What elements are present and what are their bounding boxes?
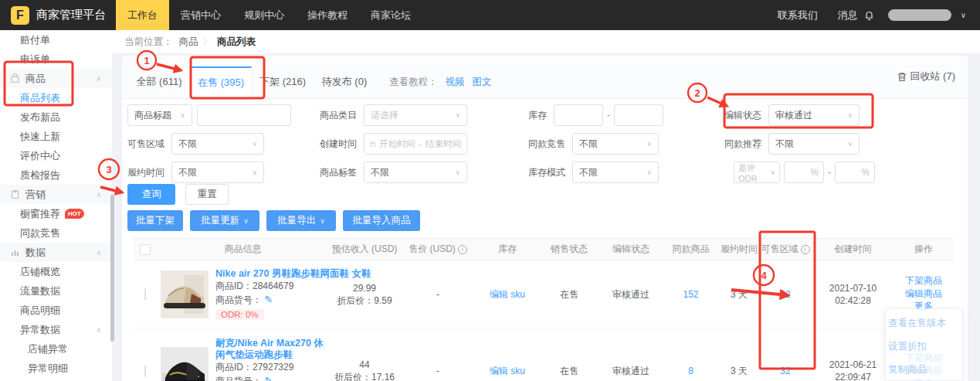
title-search-input[interactable] (197, 104, 291, 126)
user-name-blurred[interactable] (888, 9, 951, 21)
region-select[interactable]: 不限∨ (171, 133, 264, 155)
sidebar-group-data[interactable]: 数据∧ (0, 243, 112, 262)
breadcrumb-product[interactable]: 商品 (179, 36, 198, 49)
sale-region-count-link[interactable]: 32 (780, 366, 790, 376)
menu-item-view-live-version[interactable]: 查看在售版本 (886, 311, 962, 335)
filter-create-time: 创建时间 开始时间 - 结束时间 (320, 133, 467, 155)
col-create-time: 创建时间 (812, 243, 894, 256)
sidebar-item-quality-report[interactable]: 质检报告 (0, 165, 112, 185)
info-icon[interactable]: i (458, 245, 467, 254)
edit-sku-link[interactable]: 编辑 sku (490, 289, 525, 300)
tutorial-links: 查看教程： 视频 图文 (389, 66, 492, 98)
product-title[interactable]: Nike air 270 男鞋跑步鞋网面鞋 女鞋 (215, 268, 333, 280)
sale-status-cell: 在售 (538, 288, 600, 301)
tab-to-publish[interactable]: 待发布 (0) (314, 66, 375, 98)
sidebar-item-appeal[interactable]: 申诉单 (0, 49, 112, 69)
sidebar-item-same-style-compete[interactable]: 同款竞售 (0, 223, 112, 243)
stock-mode-select[interactable]: 不限∨ (572, 162, 659, 183)
sidebar-scrollbar[interactable] (110, 195, 114, 342)
filter-fulfill: 履约时间 不限∨ (127, 162, 264, 183)
nav-merchant-forum[interactable]: 商家论坛 (359, 0, 422, 30)
col-sale-status: 销售状态 (538, 243, 600, 256)
odr-max-input[interactable] (840, 167, 861, 178)
category-select[interactable]: 请选择∨ (364, 104, 467, 126)
same-product-count-link[interactable]: 8 (688, 366, 693, 376)
sidebar-item-review-center[interactable]: 评价中心 (0, 146, 112, 165)
edit-status-select[interactable]: 审核通过∨ (768, 104, 860, 126)
tab-off-shelf[interactable]: 下架 (216) (252, 66, 314, 98)
menu-item-copy-product[interactable]: 复制商品 (886, 358, 962, 381)
select-all-checkbox[interactable] (140, 244, 151, 255)
nav-marketing-center[interactable]: 营销中心 (169, 0, 232, 30)
batch-import-button[interactable]: 批量导入商品 (343, 210, 420, 231)
same-sale-label: 同款竞售 (528, 138, 565, 151)
edit-status-cell: 审核通过 (600, 365, 662, 377)
nav-rules-center[interactable]: 规则中心 (232, 0, 296, 30)
sidebar-item-product-list[interactable]: 商品列表 (0, 88, 112, 107)
same-rec-select[interactable]: 不限∨ (768, 133, 860, 155)
info-icon[interactable]: i (801, 245, 810, 254)
reset-button[interactable]: 重置 (185, 184, 229, 205)
odr-min-input[interactable] (789, 167, 810, 178)
edit-pencil-icon[interactable]: ✎ (264, 294, 273, 305)
menu-item-set-discount[interactable]: 设置折扣 (886, 335, 962, 358)
nav-tutorials[interactable]: 操作教程 (296, 0, 359, 30)
nav-workbench[interactable]: 工作台 (116, 0, 169, 30)
sidebar-item-shop-overview[interactable]: 店铺概览 (0, 262, 112, 281)
search-button[interactable]: 查询 (127, 184, 175, 205)
recycle-bin-link[interactable]: 回收站 (7) (897, 70, 956, 83)
fulfill-select[interactable]: 不限∨ (171, 162, 264, 183)
tab-on-sale[interactable]: 在售 (395) (190, 66, 252, 98)
chevron-up-icon: ∧ (96, 75, 101, 83)
filter-title: 商品标题∨ (127, 104, 291, 126)
row-checkbox[interactable] (144, 365, 146, 377)
sidebar-group-product[interactable]: 商品∧ (0, 69, 112, 88)
col-stock: 库存 (476, 243, 538, 256)
batch-export-button[interactable]: 批量导出∨ (266, 210, 336, 231)
filter-same-sale: 同款竞售 不限∨ (528, 133, 659, 155)
batch-update-button[interactable]: 批量更新∨ (190, 210, 259, 231)
product-id-label: 商品ID： (215, 281, 253, 291)
range-dash: - (828, 167, 831, 178)
tab-all[interactable]: 全部 (611) (128, 66, 190, 98)
sidebar-item-publish-new[interactable]: 发布新品 (0, 107, 112, 127)
tutorial-article-link[interactable]: 图文 (473, 66, 492, 98)
sidebar-item-compensation[interactable]: 赔付单 (0, 30, 112, 49)
batch-offshelf-button[interactable]: 批量下架 (127, 210, 183, 231)
chevron-down-icon: ∨ (646, 168, 652, 176)
col-est-revenue: 预估收入 (USD) (330, 243, 399, 256)
odr-select[interactable]: 差评ODR∨ (734, 162, 780, 183)
sidebar-item-showcase-recommend[interactable]: 橱窗推荐 HOT (0, 204, 112, 223)
title-type-select[interactable]: 商品标题∨ (127, 104, 192, 126)
stock-max-input[interactable] (614, 104, 663, 126)
contact-us-link[interactable]: 联系我们 (778, 9, 818, 22)
offshelf-product-link[interactable]: 下架商品 (894, 275, 954, 287)
same-product-count-link[interactable]: 152 (683, 289, 698, 300)
edit-pencil-icon[interactable]: ✎ (264, 375, 273, 381)
sale-region-count-link[interactable]: 32 (780, 289, 790, 300)
tutorial-video-link[interactable]: 视频 (446, 66, 465, 98)
tag-select[interactable]: 不限∨ (364, 162, 467, 183)
merchant-admin-page: F 商家管理平台 工作台 营销中心 规则中心 操作教程 商家论坛 联系我们 消息… (0, 0, 980, 381)
sidebar-subgroup-abnormal-data[interactable]: 异常数据∧ (0, 320, 112, 339)
product-image-1[interactable] (161, 270, 209, 318)
date-range-picker[interactable]: 开始时间 - 结束时间 (364, 133, 467, 155)
sku-label: 商品货号： (215, 294, 262, 305)
sidebar-item-shop-abnormal[interactable]: 店铺异常 (0, 339, 112, 359)
product-title[interactable]: 耐克/Nike Air Max270 休闲气垫运动跑步鞋 (215, 338, 330, 361)
sidebar-item-quick-listing[interactable]: 快速上新 (0, 127, 112, 146)
edit-product-link[interactable]: 编辑商品 (894, 288, 954, 301)
sidebar-group-marketing[interactable]: 营销∧ (0, 185, 112, 204)
bell-icon[interactable] (864, 10, 874, 21)
chevron-down-icon[interactable]: ∨ (961, 11, 966, 19)
stock-min-input[interactable] (554, 104, 603, 126)
product-image-2[interactable] (161, 347, 209, 381)
chevron-up-icon: ∧ (96, 326, 101, 334)
sidebar-item-abnormal-detail[interactable]: 异常明细 (0, 359, 112, 378)
messages-link[interactable]: 消息 (838, 9, 858, 22)
edit-sku-link[interactable]: 编辑 sku (490, 366, 525, 376)
same-sale-select[interactable]: 不限∨ (572, 133, 659, 155)
sidebar-item-product-detail[interactable]: 商品明细 (0, 301, 112, 320)
row-checkbox[interactable] (144, 288, 146, 301)
sidebar-item-traffic-data[interactable]: 流量数据 (0, 281, 112, 301)
